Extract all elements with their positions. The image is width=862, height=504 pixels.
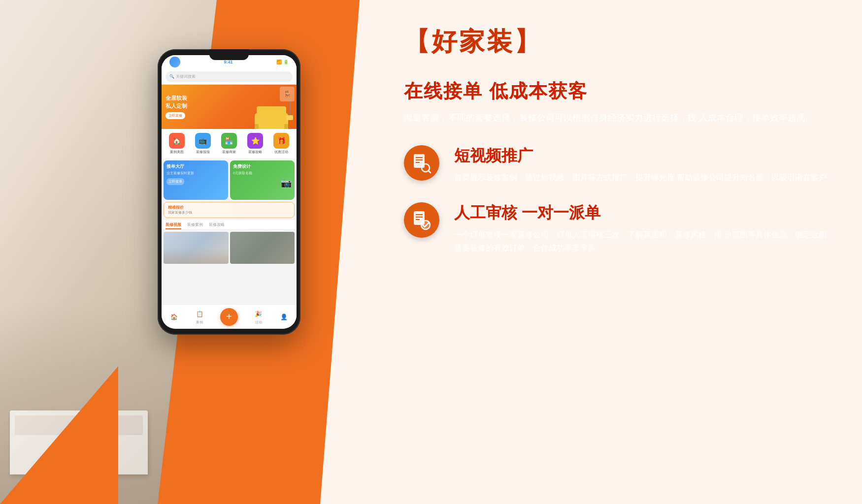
- phone-screen: 9:41 📶🔋 🔍 关键词搜索 全屋软装 私人定制 立即装修: [162, 55, 297, 329]
- card-free-design[interactable]: 免费设计 0元获取名额 📷: [230, 160, 295, 200]
- nav-add-btn[interactable]: +: [220, 308, 238, 326]
- home-icon: 🏠: [169, 312, 179, 322]
- feature1-desc: 海量客源，不同的套餐选择，装修公司可以根据自身经济实力进行选择，投 入成本合理，…: [404, 110, 832, 126]
- orange-wedge: [0, 366, 118, 504]
- activity-nav-icon: 🎉: [254, 309, 264, 319]
- nav-cases[interactable]: 📋 案例: [195, 309, 204, 325]
- feature3-text: 一个订单对接一家装修公司，订单人工审核三次，了解其面积、装修风格、报 价范围等具…: [454, 228, 832, 254]
- sofa-illustration: [255, 99, 294, 129]
- phone-bottom-nav: 🏠 📋 案例 + 🎉 活动 👤: [162, 304, 297, 329]
- card-left-btn[interactable]: 立即接单: [166, 178, 184, 185]
- photo-1: [164, 232, 229, 264]
- phone-icon-grid: 🏠 案例美图 📺 装修报报 🏪 装修商家 ⭐ 装修攻略 🎁 优惠活动: [162, 129, 297, 158]
- card-right-sub: 0元获取名额: [233, 171, 292, 176]
- phone-tabs: 装修视频 装修案例 装修攻略: [162, 220, 297, 230]
- nav-home[interactable]: 🏠: [169, 312, 179, 322]
- card-right-title: 免费设计: [233, 163, 292, 170]
- svg-line-5: [429, 171, 431, 173]
- feature3-content: 人工审核 一对一派单 一个订单对接一家装修公司，订单人工审核三次，了解其面积、装…: [454, 202, 832, 254]
- nav-add[interactable]: +: [220, 308, 238, 326]
- icon-guide-label: 装修攻略: [248, 150, 262, 155]
- nav-activity[interactable]: 🎉 活动: [254, 309, 264, 325]
- nav-activity-label: 活动: [255, 320, 262, 325]
- feature3-icon: [411, 209, 432, 231]
- price-card-title: 精准报价: [168, 205, 290, 210]
- phone-banner: 全屋软装 私人定制 立即装修 🪑: [162, 85, 297, 129]
- icon-merchant[interactable]: 🏪 装修商家: [221, 133, 237, 155]
- phone-avatar: [169, 57, 180, 67]
- feature1-title: 在线接单 低成本获客: [404, 79, 832, 104]
- feature2-content: 短视频推广 首页展示装修案例，通过短视频、图片等方式推广，提升曝光度 帮助装修公…: [454, 145, 827, 184]
- phone-search-input[interactable]: 🔍 关键词搜索: [166, 71, 293, 82]
- icon-cases[interactable]: 🏠 案例美图: [169, 133, 185, 155]
- phone-cards: 接单大厅 业主装修实时更新 立即接单 免费设计 0元获取名额 📷: [162, 158, 297, 202]
- feature2-section: 短视频推广 首页展示装修案例，通过短视频、图片等方式推广，提升曝光度 帮助装修公…: [404, 145, 832, 184]
- status-icons: 📶🔋: [276, 60, 289, 64]
- photo-2: [230, 232, 295, 264]
- feature2-text: 首页展示装修案例，通过短视频、图片等方式推广，提升曝光度 帮助装修公司提升知名度…: [454, 171, 827, 184]
- banner-product-img: 🪑: [280, 87, 295, 101]
- phone-price-card: 精准报价 我家装修多少钱: [164, 202, 295, 218]
- phone-search-bar: 🔍 关键词搜索: [162, 69, 297, 85]
- feature2-title: 短视频推广: [454, 145, 827, 167]
- profile-nav-icon: 👤: [279, 312, 289, 322]
- cases-nav-icon: 📋: [195, 309, 204, 319]
- banner-btn[interactable]: 立即装修: [166, 112, 185, 119]
- icon-guide[interactable]: ⭐ 装修攻略: [247, 133, 263, 155]
- card-left-title: 接单大厅: [166, 163, 225, 170]
- nav-profile[interactable]: 👤: [279, 312, 289, 322]
- feature3-icon-circle: [404, 202, 439, 238]
- search-placeholder: 关键词搜索: [176, 74, 196, 79]
- banner-text: 全屋软装 私人定制 立即装修: [162, 91, 191, 123]
- icon-promo[interactable]: 🎁 优惠活动: [273, 133, 289, 155]
- tab-cases[interactable]: 装修案例: [187, 220, 203, 229]
- banner-line1: 全屋软装: [166, 94, 187, 102]
- phone-notch: [209, 49, 249, 60]
- icon-reports-label: 装修报报: [196, 150, 210, 155]
- right-content: 【好家装】 在线接单 低成本获客 海量客源，不同的套餐选择，装修公司可以根据自身…: [340, 0, 862, 504]
- banner-line2: 私人定制: [166, 102, 187, 110]
- nav-cases-label: 案例: [196, 320, 203, 325]
- feature2-icon-circle: [404, 145, 439, 181]
- feature1-section: 在线接单 低成本获客 海量客源，不同的套餐选择，装修公司可以根据自身经济实力进行…: [404, 79, 832, 126]
- lamp: [286, 99, 294, 124]
- icon-reports[interactable]: 📺 装修报报: [195, 133, 211, 155]
- icon-cases-label: 案例美图: [170, 150, 184, 155]
- phone-app-name: 9:41: [224, 60, 232, 64]
- tab-video[interactable]: 装修视频: [166, 220, 181, 229]
- phone-photos: [162, 230, 297, 266]
- card-left-sub: 业主装修实时更新: [166, 171, 225, 176]
- phone-mockup: 9:41 📶🔋 🔍 关键词搜索 全屋软装 私人定制 立即装修: [158, 49, 300, 335]
- icon-promo-label: 优惠活动: [274, 150, 288, 155]
- card-receive-orders[interactable]: 接单大厅 业主装修实时更新 立即接单: [164, 160, 228, 200]
- feature3-title: 人工审核 一对一派单: [454, 202, 832, 224]
- price-card-sub: 我家装修多少钱: [168, 210, 290, 215]
- tab-guide[interactable]: 装修攻略: [209, 220, 225, 229]
- feature3-section: 人工审核 一对一派单 一个订单对接一家装修公司，订单人工审核三次，了解其面积、装…: [404, 202, 832, 254]
- feature2-icon: [411, 152, 432, 174]
- icon-merchant-label: 装修商家: [222, 150, 236, 155]
- app-title: 【好家装】: [404, 25, 832, 59]
